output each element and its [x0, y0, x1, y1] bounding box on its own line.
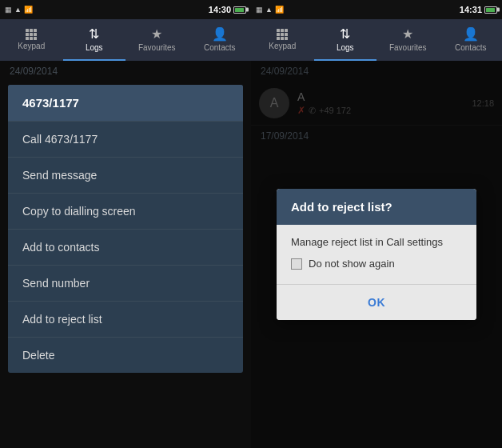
- tab-favourites-label-right: Favourites: [389, 43, 427, 52]
- tab-keypad-label-right: Keypad: [269, 42, 296, 50]
- status-icons-right: ▦ ▲ 📶: [256, 6, 284, 14]
- nav-tabs-left: Keypad ⇅ Logs ★ Favourites 👤 Contacts: [0, 19, 251, 61]
- left-panel: ▦ ▲ 📶 14:30 Keypad ⇅ Logs ★ Favourites: [0, 0, 251, 448]
- reject-list-dialog: Add to reject list? Manage reject list i…: [277, 189, 476, 320]
- tab-keypad-right[interactable]: Keypad: [251, 19, 314, 61]
- menu-item-send-message[interactable]: Send message: [8, 157, 243, 193]
- dialog-overlay: Add to reject list? Manage reject list i…: [251, 61, 502, 448]
- dialog-body: Manage reject list in Call settings Do n…: [277, 225, 476, 284]
- menu-header: 4673/1177: [8, 85, 243, 121]
- sim-icon: ▦: [5, 6, 12, 14]
- keypad-icon-right: [277, 29, 288, 40]
- menu-item-add-contacts[interactable]: Add to contacts: [8, 229, 243, 265]
- tab-favourites-right[interactable]: ★ Favourites: [376, 19, 440, 61]
- status-bar-left: ▦ ▲ 📶 14:30: [0, 0, 251, 19]
- ok-button[interactable]: OK: [336, 293, 417, 312]
- tab-logs-label-left: Logs: [86, 43, 103, 52]
- right-panel: ▦ ▲ 📶 14:31 Keypad ⇅ Logs ★ Favourites: [251, 0, 502, 448]
- tab-contacts-left[interactable]: 👤 Contacts: [189, 19, 252, 61]
- status-right: 14:30: [209, 5, 246, 14]
- do-not-show-checkbox[interactable]: [291, 258, 302, 270]
- logs-icon-right: ⇅: [340, 26, 350, 42]
- do-not-show-label: Do not show again: [309, 258, 395, 270]
- menu-item-delete[interactable]: Delete: [8, 337, 243, 373]
- nav-tabs-right: Keypad ⇅ Logs ★ Favourites 👤 Contacts: [251, 19, 502, 61]
- tab-keypad-label-left: Keypad: [18, 42, 45, 50]
- status-time: 14:30: [209, 5, 231, 14]
- context-menu-overlay[interactable]: 4673/1177 Call 4673/1177 Send message Co…: [0, 61, 251, 448]
- dialog-message: Manage reject list in Call settings: [291, 236, 462, 248]
- contacts-icon-left: 👤: [212, 26, 228, 42]
- star-icon-left: ★: [151, 26, 162, 42]
- signal-icon: 📶: [24, 6, 33, 14]
- tab-keypad-left[interactable]: Keypad: [0, 19, 63, 61]
- logs-icon-left: ⇅: [89, 26, 99, 42]
- menu-item-copy-dialling[interactable]: Copy to dialling screen: [8, 193, 243, 229]
- tab-contacts-right[interactable]: 👤 Contacts: [440, 19, 503, 61]
- dialog-footer: OK: [277, 284, 476, 320]
- context-menu-list: 4673/1177 Call 4673/1177 Send message Co…: [8, 85, 243, 373]
- tab-logs-left[interactable]: ⇅ Logs: [63, 19, 126, 61]
- dialog-title: Add to reject list?: [277, 189, 476, 225]
- signal-icon-right: 📶: [275, 6, 284, 14]
- star-icon-right: ★: [402, 26, 413, 42]
- wifi-icon-right: ▲: [265, 6, 273, 14]
- status-right-r: 14:31: [460, 5, 497, 14]
- battery-icon: [233, 6, 246, 14]
- menu-item-send-number[interactable]: Send number: [8, 265, 243, 301]
- menu-item-call[interactable]: Call 4673/1177: [8, 121, 243, 157]
- status-time-right: 14:31: [460, 5, 482, 14]
- content-area-right: 24/09/2014 A A ✗ ✆ +49 172 12:18 17/09/2…: [251, 61, 502, 448]
- tab-favourites-left[interactable]: ★ Favourites: [126, 19, 189, 61]
- tab-logs-right[interactable]: ⇅ Logs: [314, 19, 377, 61]
- contacts-icon-right: 👤: [463, 26, 479, 42]
- wifi-icon: ▲: [14, 6, 22, 14]
- tab-favourites-label-left: Favourites: [138, 43, 176, 52]
- menu-item-add-reject[interactable]: Add to reject list: [8, 301, 243, 337]
- battery-icon-right: [484, 6, 497, 14]
- dialog-checkbox-row[interactable]: Do not show again: [291, 258, 462, 270]
- keypad-icon: [26, 29, 37, 40]
- tab-logs-label-right: Logs: [337, 43, 354, 52]
- status-icons-left: ▦ ▲ 📶: [5, 6, 33, 14]
- status-bar-right: ▦ ▲ 📶 14:31: [251, 0, 502, 19]
- tab-contacts-label-left: Contacts: [204, 43, 235, 52]
- sim-icon-right: ▦: [256, 6, 263, 14]
- tab-contacts-label-right: Contacts: [455, 43, 486, 52]
- content-area-left: 24/09/2014 4673/1177 Call 4673/1177 Send…: [0, 61, 251, 448]
